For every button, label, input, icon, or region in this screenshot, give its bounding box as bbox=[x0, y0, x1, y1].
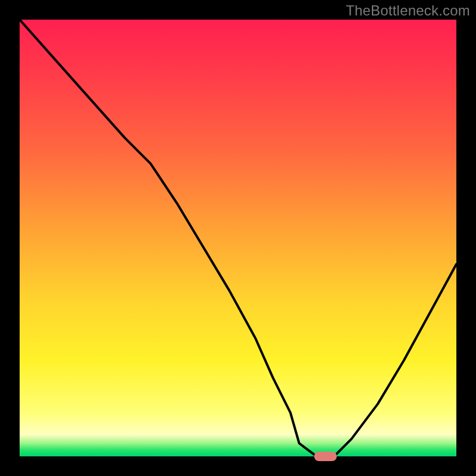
chart-frame: TheBottleneck.com bbox=[0, 0, 476, 476]
heat-gradient bbox=[20, 20, 456, 456]
watermark-text: TheBottleneck.com bbox=[346, 2, 470, 19]
plot-area bbox=[20, 20, 456, 456]
